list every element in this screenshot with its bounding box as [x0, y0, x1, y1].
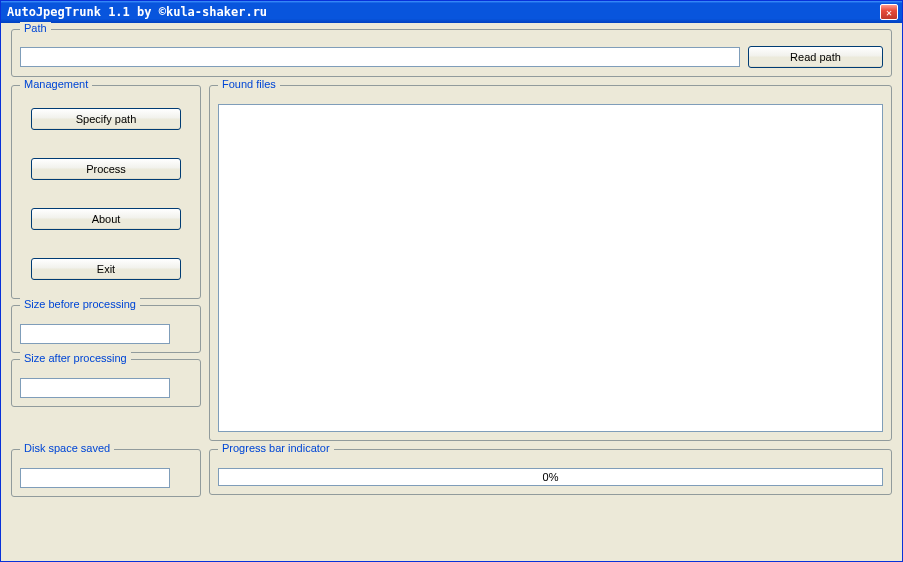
disk-saved-legend: Disk space saved	[20, 442, 114, 454]
path-group: Path Read path	[11, 29, 892, 77]
size-before-group: Size before processing	[11, 305, 201, 353]
read-path-button[interactable]: Read path	[748, 46, 883, 68]
size-after-value	[20, 378, 170, 398]
disk-saved-group: Disk space saved	[11, 449, 201, 497]
app-window: AutoJpegTrunk 1.1 by ©kula-shaker.ru ✕ P…	[0, 0, 903, 562]
progress-bar: 0%	[218, 468, 883, 486]
size-before-legend: Size before processing	[20, 298, 140, 310]
disk-saved-value	[20, 468, 170, 488]
close-icon[interactable]: ✕	[880, 4, 898, 20]
path-input[interactable]	[20, 47, 740, 67]
size-after-legend: Size after processing	[20, 352, 131, 364]
window-title: AutoJpegTrunk 1.1 by ©kula-shaker.ru	[7, 5, 880, 19]
found-files-list[interactable]	[218, 104, 883, 432]
progress-text: 0%	[543, 471, 559, 483]
path-legend: Path	[20, 22, 51, 34]
progress-group: Progress bar indicator 0%	[209, 449, 892, 495]
client-area: Path Read path Management Specify path P…	[1, 23, 902, 561]
management-group: Management Specify path Process About Ex…	[11, 85, 201, 299]
found-files-group: Found files	[209, 85, 892, 441]
found-files-legend: Found files	[218, 78, 280, 90]
size-after-group: Size after processing	[11, 359, 201, 407]
specify-path-button[interactable]: Specify path	[31, 108, 181, 130]
process-button[interactable]: Process	[31, 158, 181, 180]
size-before-value	[20, 324, 170, 344]
about-button[interactable]: About	[31, 208, 181, 230]
management-legend: Management	[20, 78, 92, 90]
titlebar: AutoJpegTrunk 1.1 by ©kula-shaker.ru ✕	[1, 1, 902, 23]
progress-legend: Progress bar indicator	[218, 442, 334, 454]
exit-button[interactable]: Exit	[31, 258, 181, 280]
